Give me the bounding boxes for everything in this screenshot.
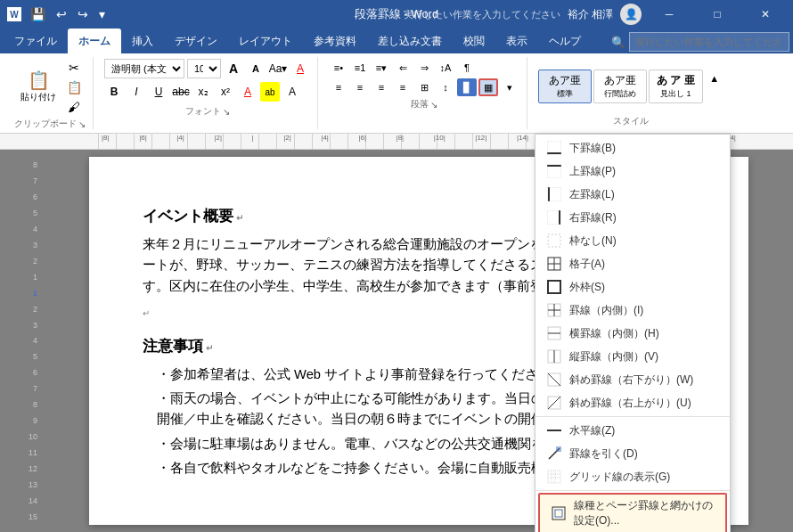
bold-button[interactable]: B: [104, 82, 124, 102]
border-diag-up-item[interactable]: 斜め罫線（右上がり）(U): [535, 391, 730, 414]
cut-button[interactable]: ✂: [64, 59, 84, 77]
border-horiz-item[interactable]: 水平線(Z): [535, 419, 730, 442]
align-right-button[interactable]: ≡: [372, 78, 391, 96]
tab-mailings[interactable]: 差し込み文書: [367, 29, 453, 53]
help-search-input[interactable]: [629, 32, 789, 52]
clipboard-label: クリップボード ↘: [14, 118, 86, 130]
title-bar-right: 実行したい作業を入力してください 裕介 相澤 👤 ─ □ ✕: [404, 0, 786, 29]
border-all-item[interactable]: 格子(A): [535, 252, 730, 275]
sort-button[interactable]: ↕A: [436, 59, 455, 77]
paste-button[interactable]: 📋 貼り付け: [16, 69, 61, 106]
tab-view[interactable]: 表示: [495, 29, 538, 53]
para-row1: ≡• ≡1 ≡▾ ⇐ ⇒ ↕A ¶: [329, 59, 519, 77]
ruler-num-9: 10: [4, 429, 41, 445]
ruler-num-2b: 3: [4, 317, 41, 333]
ruler-num-12: 13: [4, 477, 41, 493]
border-none-item[interactable]: 枠なし(N): [535, 229, 730, 252]
show-marks-button[interactable]: ¶: [457, 59, 477, 77]
border-grid-icon: [546, 469, 562, 485]
tab-design[interactable]: デザイン: [164, 29, 228, 53]
multilevel-button[interactable]: ≡▾: [372, 59, 391, 77]
justify-button[interactable]: ≡: [393, 78, 413, 96]
border-top-item[interactable]: 上罫線(P): [535, 160, 730, 183]
border-outer-item[interactable]: 外枠(S): [535, 275, 730, 299]
format-painter-button[interactable]: 🖌: [64, 98, 84, 116]
tab-file[interactable]: ファイル: [4, 29, 68, 53]
ruler-num-13: 14: [4, 493, 41, 509]
font-expand-icon[interactable]: ↘: [223, 107, 230, 117]
border-bottom-item[interactable]: 下罫線(B): [535, 136, 730, 160]
font-grow-button[interactable]: A: [224, 59, 243, 78]
decrease-indent-button[interactable]: ⇐: [393, 59, 413, 77]
numbering-button[interactable]: ≡1: [350, 59, 370, 77]
border-diag-down-item[interactable]: 斜め罫線（右下がり）(W): [535, 368, 730, 391]
clear-format-button[interactable]: A: [290, 59, 310, 78]
tab-layout[interactable]: レイアウト: [228, 29, 303, 53]
subscript-button[interactable]: x₂: [193, 82, 213, 102]
border-inner-item[interactable]: 罫線（内側）(I): [535, 299, 730, 322]
change-case-button[interactable]: Aa▾: [268, 59, 288, 78]
tab-help[interactable]: ヘルプ: [538, 29, 592, 53]
ruler-num-0: 1: [4, 285, 41, 301]
undo-button[interactable]: ↩: [53, 5, 70, 23]
styles-scroll-up[interactable]: ▲: [705, 70, 724, 87]
style-heading1-button[interactable]: あ ア 亜 見出し 1: [649, 70, 703, 103]
superscript-button[interactable]: x²: [216, 82, 235, 102]
save-button[interactable]: 💾: [27, 5, 49, 23]
paragraph-expand-icon[interactable]: ↘: [430, 100, 437, 110]
clipboard-expand-icon[interactable]: ↘: [78, 119, 86, 129]
close-button[interactable]: ✕: [745, 0, 786, 29]
highlight-button[interactable]: ab: [260, 82, 280, 102]
border-settings-item[interactable]: 線種とページ罫線と網かけの設定(O)...: [538, 493, 727, 532]
para-controls: ≡• ≡1 ≡▾ ⇐ ⇒ ↕A ¶ ≡ ≡ ≡ ≡ ⊞ ↕ ▊ ▦ ▾: [329, 59, 519, 96]
column-break-button[interactable]: ⊞: [414, 78, 434, 96]
user-avatar[interactable]: 👤: [620, 4, 642, 25]
tab-review[interactable]: 校閲: [453, 29, 495, 53]
border-grid-item[interactable]: グリッド線の表示(G): [535, 465, 730, 488]
restore-button[interactable]: □: [697, 0, 738, 29]
title-bar: W 💾 ↩ ↪ ▾ 段落罫線 - Word 実行したい作業を入力してください 裕…: [0, 0, 793, 29]
tab-home[interactable]: ホーム: [68, 29, 121, 53]
style-nospace-button[interactable]: あア亜 行間詰め: [593, 70, 647, 103]
align-center-button[interactable]: ≡: [350, 78, 370, 96]
quick-access-toolbar: 💾 ↩ ↪ ▾: [27, 5, 109, 23]
line-spacing-button[interactable]: ↕: [436, 78, 455, 96]
italic-button[interactable]: I: [127, 82, 146, 102]
font-color-button[interactable]: A: [238, 82, 258, 102]
borders-button[interactable]: ▦: [478, 78, 498, 96]
bullets-button[interactable]: ≡•: [329, 59, 348, 77]
copy-button[interactable]: 📋: [64, 78, 84, 96]
font-shrink-button[interactable]: A: [246, 59, 266, 78]
styles-label: スタイル: [613, 115, 649, 127]
strikethrough-button[interactable]: abc: [171, 82, 191, 102]
borders-dropdown-button[interactable]: ▾: [500, 78, 519, 96]
minimize-button[interactable]: ─: [649, 0, 690, 29]
styles-group: あア亜 標準 あア亜 行間詰め あ ア 亜 見出し 1 ▲ スタイル: [531, 57, 732, 129]
font-name-select[interactable]: 游明朝 (本文): [104, 59, 184, 78]
para-row2: ≡ ≡ ≡ ≡ ⊞ ↕ ▊ ▦ ▾: [329, 78, 519, 96]
shading-button[interactable]: ▊: [457, 78, 477, 96]
tab-references[interactable]: 参考資料: [303, 29, 367, 53]
font-size-select[interactable]: 10.5: [187, 59, 221, 78]
ruler-num-14: 15: [4, 509, 41, 525]
border-diag-down-icon: [546, 372, 562, 388]
border-draw-item[interactable]: 罫線を引く(D): [535, 442, 730, 465]
char-shade-button[interactable]: A: [282, 82, 302, 102]
border-inner-horiz-item[interactable]: 横罫線（内側）(H): [535, 322, 730, 345]
user-name[interactable]: 裕介 相澤: [568, 7, 613, 22]
align-left-button[interactable]: ≡: [329, 78, 348, 96]
search-icon: 🔍: [611, 36, 625, 49]
border-inner-vert-item[interactable]: 縦罫線（内側）(V): [535, 345, 730, 368]
pilcrow1: ↵: [233, 213, 243, 223]
border-diag-up-label: 斜め罫線（右上がり）(U): [569, 396, 691, 411]
paste-label: 貼り付け: [20, 91, 56, 103]
border-right-item[interactable]: 右罫線(R): [535, 206, 730, 229]
increase-indent-button[interactable]: ⇒: [414, 59, 434, 77]
svg-rect-8: [548, 234, 560, 247]
customize-qat-button[interactable]: ▾: [95, 5, 109, 23]
tab-insert[interactable]: 挿入: [121, 29, 164, 53]
border-left-item[interactable]: 左罫線(L): [535, 183, 730, 206]
underline-button[interactable]: U: [149, 82, 168, 102]
redo-button[interactable]: ↪: [74, 5, 92, 23]
style-normal-button[interactable]: あア亜 標準: [538, 70, 592, 103]
